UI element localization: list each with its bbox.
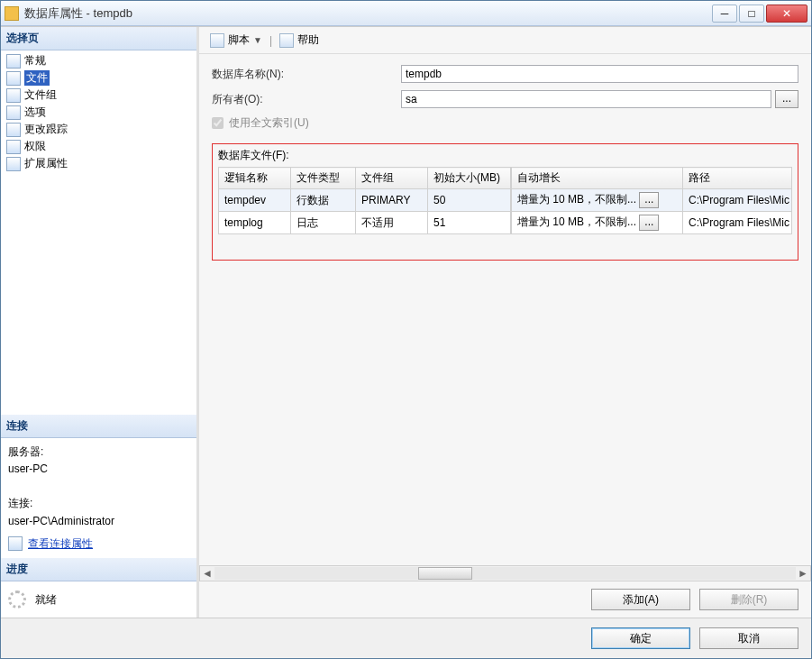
table-row[interactable]: templog日志不适用51 (219, 212, 511, 234)
content: 选择页 常规文件文件组选项更改跟踪权限扩展属性 连接 服务器: user-PC … (1, 26, 811, 618)
script-label: 脚本 (228, 32, 250, 48)
properties-icon (8, 536, 23, 551)
page-icon (6, 54, 21, 69)
sidebar-item-label: 选项 (24, 105, 46, 120)
sidebar-item-label: 文件组 (24, 87, 57, 103)
scroll-right-arrow-icon[interactable]: ► (796, 566, 810, 581)
cell-group[interactable]: PRIMARY (356, 189, 428, 212)
titlebar[interactable]: 数据库属性 - tempdb ─ □ ✕ (1, 1, 811, 26)
cell-path[interactable]: C:\Program Files\Mic (683, 189, 792, 212)
page-icon (6, 140, 21, 154)
files-group: 数据库文件(F): 逻辑名称 文件类型 文件组 初始大小(MB) tempdev… (212, 143, 798, 261)
sidebar-item[interactable]: 扩展属性 (3, 155, 195, 172)
page-icon (6, 105, 21, 120)
conn-value: user-PC\Administrator (8, 513, 189, 530)
cell-group[interactable]: 不适用 (356, 212, 428, 234)
server-value: user-PC (8, 461, 189, 478)
cell-autogrow[interactable]: 增量为 10 MB，不限制... ... (512, 189, 683, 212)
database-icon (5, 6, 19, 21)
cell-type[interactable]: 日志 (291, 212, 356, 234)
sidebar-item[interactable]: 文件 (3, 69, 195, 87)
help-icon (279, 33, 294, 48)
table-row[interactable]: tempdev行数据PRIMARY50 (219, 189, 511, 212)
toolbar: 脚本 ▼ | 帮助 (199, 27, 811, 54)
db-name-input[interactable] (401, 65, 798, 83)
sidebar-item[interactable]: 权限 (3, 138, 195, 155)
cancel-button[interactable]: 取消 (699, 627, 798, 649)
cell-logical[interactable]: tempdev (219, 189, 291, 212)
progress-header: 进度 (1, 558, 196, 581)
spinner-icon (8, 590, 26, 609)
col-autogrow[interactable]: 自动增长 (512, 168, 683, 189)
fulltext-checkbox (212, 117, 224, 129)
scroll-track[interactable] (214, 567, 796, 580)
col-group[interactable]: 文件组 (356, 168, 428, 189)
col-logical[interactable]: 逻辑名称 (219, 168, 291, 189)
page-icon (6, 157, 21, 171)
connection-header: 连接 (1, 415, 196, 438)
owner-label: 所有者(O): (212, 92, 401, 107)
maximize-button[interactable]: □ (739, 5, 764, 23)
dialog-footer: 确定 取消 (1, 618, 811, 658)
owner-input[interactable] (401, 90, 771, 108)
page-nav-list: 常规文件文件组选项更改跟踪权限扩展属性 (1, 50, 196, 415)
server-label: 服务器: (8, 444, 189, 461)
sidebar-item[interactable]: 常规 (3, 52, 195, 69)
right-pane: 脚本 ▼ | 帮助 数据库名称(N): 所有者(O): ... (199, 27, 811, 618)
ok-button[interactable]: 确定 (591, 627, 690, 649)
help-label: 帮助 (297, 32, 319, 48)
dialog-window: 数据库属性 - tempdb ─ □ ✕ 选择页 常规文件文件组选项更改跟踪权限… (0, 0, 812, 659)
cell-init[interactable]: 51 (428, 212, 511, 234)
owner-browse-button[interactable]: ... (775, 90, 798, 108)
separator: | (269, 34, 272, 47)
autogrow-edit-button[interactable]: ... (639, 215, 659, 231)
sidebar-item-label: 更改跟踪 (24, 122, 68, 137)
page-icon (6, 71, 21, 86)
db-name-label: 数据库名称(N): (212, 67, 401, 82)
view-connection-props-label: 查看连接属性 (28, 535, 93, 553)
close-button[interactable]: ✕ (766, 5, 807, 23)
sidebar-item[interactable]: 文件组 (3, 87, 195, 104)
form-area: 数据库名称(N): 所有者(O): ... 使用全文索引(U) (199, 54, 811, 140)
col-init[interactable]: 初始大小(MB) (428, 168, 511, 189)
script-button[interactable]: 脚本 ▼ (206, 31, 266, 50)
conn-label: 连接: (8, 495, 189, 512)
cell-init[interactable]: 50 (428, 189, 511, 212)
window-title: 数据库属性 - tempdb (24, 5, 712, 22)
scroll-area: http://blog.csdn.net/z10843087 ◄ ► (199, 264, 811, 581)
sidebar-item-label: 文件 (24, 70, 50, 86)
scroll-left-arrow-icon[interactable]: ◄ (200, 566, 214, 581)
view-connection-props-link[interactable]: 查看连接属性 (8, 535, 189, 553)
chevron-down-icon: ▼ (253, 35, 262, 45)
left-pane: 选择页 常规文件文件组选项更改跟踪权限扩展属性 连接 服务器: user-PC … (1, 27, 199, 618)
fulltext-label: 使用全文索引(U) (229, 115, 309, 131)
page-icon (6, 88, 21, 103)
window-controls: ─ □ ✕ (712, 5, 807, 23)
files-grid-right[interactable]: 自动增长 路径 增量为 10 MB，不限制... ...C:\Program F… (511, 167, 792, 234)
connection-info: 服务器: user-PC 连接: user-PC\Administrator 查… (1, 438, 196, 558)
sidebar-item[interactable]: 更改跟踪 (3, 121, 195, 138)
col-path[interactable]: 路径 (683, 168, 792, 189)
autogrow-edit-button[interactable]: ... (639, 192, 659, 208)
table-row[interactable]: 增量为 10 MB，不限制... ...C:\Program Files\Mic (512, 189, 792, 212)
help-button[interactable]: 帮助 (276, 31, 323, 50)
files-grid: 逻辑名称 文件类型 文件组 初始大小(MB) tempdev行数据PRIMARY… (218, 167, 792, 234)
script-icon (210, 33, 224, 48)
sidebar-item-label: 常规 (24, 53, 46, 69)
col-type[interactable]: 文件类型 (291, 168, 356, 189)
cell-autogrow[interactable]: 增量为 10 MB，不限制... ... (512, 212, 683, 234)
cell-type[interactable]: 行数据 (291, 189, 356, 212)
minimize-button[interactable]: ─ (712, 5, 737, 23)
files-group-label: 数据库文件(F): (218, 148, 792, 163)
progress-box: 就绪 (1, 581, 196, 618)
add-button[interactable]: 添加(A) (591, 589, 690, 610)
sidebar-item[interactable]: 选项 (3, 104, 195, 121)
files-grid-left[interactable]: 逻辑名称 文件类型 文件组 初始大小(MB) tempdev行数据PRIMARY… (218, 167, 511, 234)
scroll-thumb[interactable] (418, 567, 472, 580)
horizontal-scrollbar[interactable]: ◄ ► (199, 565, 811, 581)
table-row[interactable]: 增量为 10 MB，不限制... ...C:\Program Files\Mic (512, 212, 792, 234)
cell-path[interactable]: C:\Program Files\Mic (683, 212, 792, 234)
file-buttons: 添加(A) 删除(R) (199, 581, 811, 618)
cell-logical[interactable]: templog (219, 212, 291, 234)
select-page-header: 选择页 (1, 27, 196, 50)
